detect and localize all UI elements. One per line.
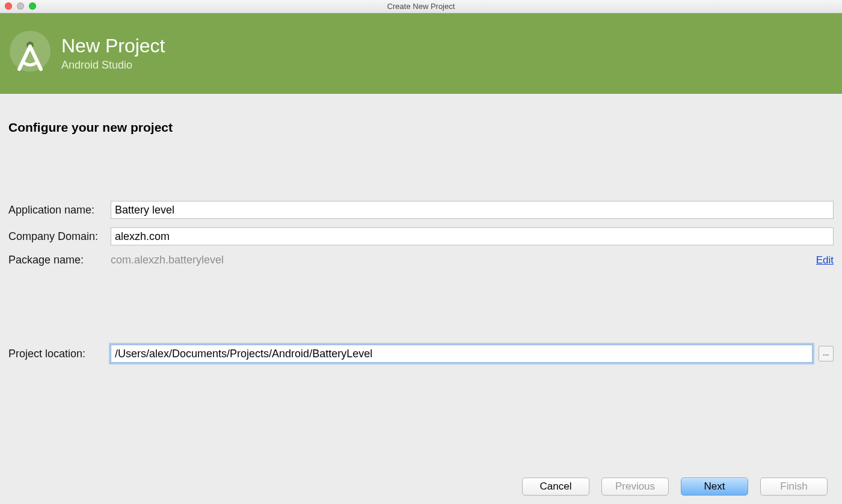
- company-domain-label: Company Domain:: [8, 230, 111, 243]
- wizard-header: New Project Android Studio: [0, 13, 842, 94]
- window-title: Create New Project: [0, 0, 842, 13]
- package-name-label: Package name:: [8, 254, 111, 266]
- browse-location-button[interactable]: ...: [819, 346, 834, 361]
- company-domain-input[interactable]: [111, 227, 834, 245]
- edit-package-link[interactable]: Edit: [816, 254, 834, 266]
- android-studio-icon: [10, 31, 51, 76]
- finish-button: Finish: [760, 478, 828, 496]
- next-button[interactable]: Next: [681, 478, 748, 496]
- close-window-button[interactable]: [5, 2, 12, 10]
- window-titlebar: Create New Project: [0, 0, 842, 13]
- previous-button: Previous: [601, 478, 669, 496]
- window-controls: [5, 2, 36, 10]
- application-name-input[interactable]: [111, 201, 834, 219]
- wizard-footer: Cancel Previous Next Finish: [0, 478, 842, 496]
- minimize-window-button[interactable]: [17, 2, 24, 10]
- zoom-window-button[interactable]: [29, 2, 36, 10]
- project-form: Application name: Company Domain: Packag…: [8, 201, 834, 363]
- page-title: Configure your new project: [8, 120, 834, 135]
- package-name-value: com.alexzh.batterylevel: [111, 254, 224, 266]
- project-location-label: Project location:: [8, 348, 111, 360]
- project-location-input[interactable]: [111, 345, 813, 363]
- header-title: New Project: [61, 35, 165, 57]
- application-name-label: Application name:: [8, 204, 111, 217]
- header-subtitle: Android Studio: [61, 59, 165, 72]
- cancel-button[interactable]: Cancel: [522, 478, 589, 496]
